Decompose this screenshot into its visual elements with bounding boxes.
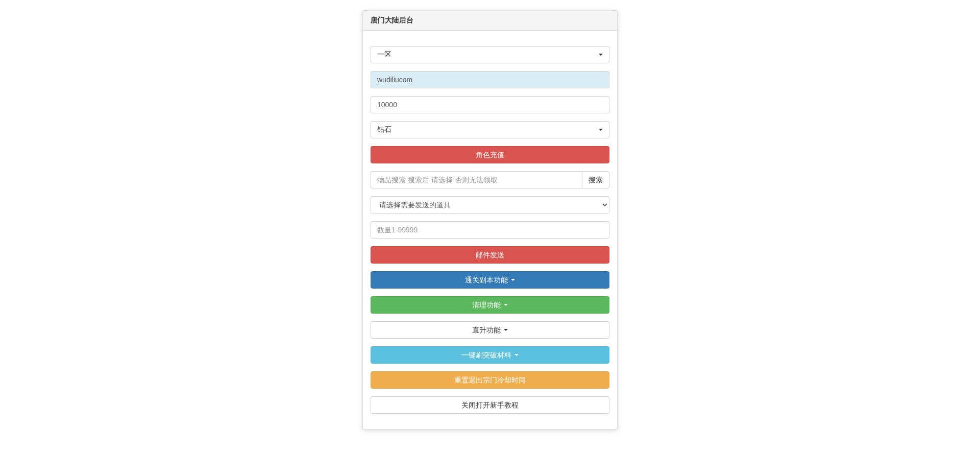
zone-select[interactable]: 一区 [371, 46, 609, 63]
caret-down-icon [504, 304, 508, 306]
material-button-label: 一键刷突破材料 [461, 350, 511, 360]
zone-select-value: 一区 [377, 50, 391, 59]
item-select[interactable]: 请选择需要发送的道具 [371, 196, 609, 213]
dungeon-button-label: 通关副本功能 [465, 275, 508, 285]
cleanup-dropdown-button[interactable]: 清理功能 [371, 296, 609, 314]
reset-cooldown-button[interactable]: 重置退出宗门冷却时间 [371, 371, 609, 389]
caret-down-icon [511, 279, 515, 281]
caret-down-icon [514, 354, 519, 356]
account-input[interactable] [371, 71, 609, 88]
panel-title: 唐门大陆后台 [363, 11, 617, 31]
recharge-button[interactable]: 角色充值 [371, 146, 609, 163]
upgrade-button-label: 直升功能 [472, 325, 501, 335]
amount-input[interactable] [371, 96, 609, 113]
cleanup-button-label: 清理功能 [472, 300, 501, 310]
panel-body: 一区 钻石 角色充值 搜索 [363, 31, 617, 429]
upgrade-dropdown-button[interactable]: 直升功能 [371, 321, 609, 339]
currency-select-value: 钻石 [377, 125, 391, 134]
quantity-input[interactable] [371, 221, 609, 239]
caret-down-icon [504, 329, 508, 331]
tutorial-toggle-button[interactable]: 关闭打开新手教程 [371, 396, 609, 414]
search-button[interactable]: 搜索 [582, 171, 609, 188]
currency-select[interactable]: 钻石 [371, 121, 609, 138]
mail-send-button[interactable]: 邮件发送 [371, 246, 609, 264]
item-search-group: 搜索 [371, 171, 609, 188]
caret-down-icon [599, 129, 603, 131]
admin-panel: 唐门大陆后台 一区 钻石 角色充值 搜 [362, 10, 618, 430]
item-search-input[interactable] [371, 171, 582, 188]
dungeon-dropdown-button[interactable]: 通关副本功能 [371, 271, 609, 289]
caret-down-icon [599, 54, 603, 56]
material-dropdown-button[interactable]: 一键刷突破材料 [371, 346, 609, 364]
